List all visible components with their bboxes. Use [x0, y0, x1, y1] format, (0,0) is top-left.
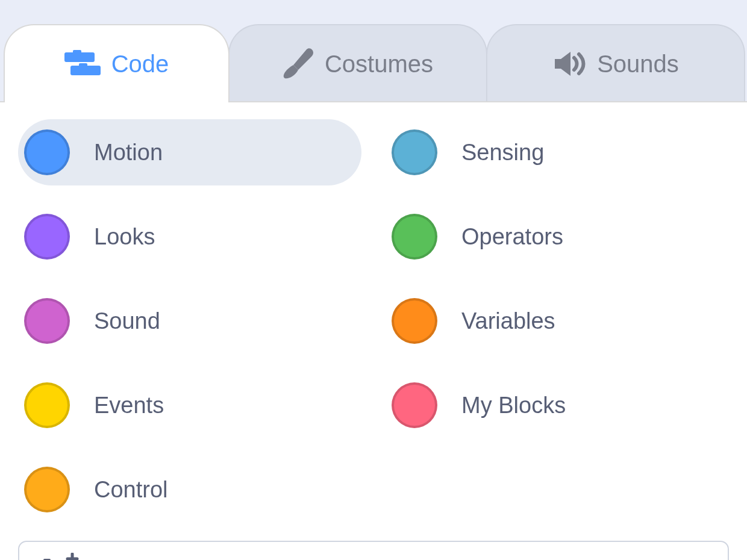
category-sensing[interactable]: Sensing — [386, 119, 729, 185]
category-label: My Blocks — [461, 393, 566, 418]
category-motion[interactable]: Motion — [18, 119, 361, 185]
variables-color-swatch — [392, 298, 437, 344]
category-label: Control — [94, 477, 168, 503]
paintbrush-icon — [283, 47, 314, 81]
control-color-swatch — [24, 467, 70, 512]
operators-color-swatch — [392, 214, 437, 260]
svg-rect-2 — [73, 50, 81, 56]
svg-rect-3 — [79, 63, 87, 69]
speaker-icon — [552, 49, 586, 78]
looks-color-swatch — [24, 214, 70, 260]
tab-costumes[interactable]: Costumes — [228, 24, 487, 102]
category-control[interactable]: Control — [18, 456, 361, 523]
sound-color-swatch — [24, 298, 70, 344]
category-label: Variables — [461, 308, 555, 334]
sensing-color-swatch — [392, 129, 437, 175]
tab-sounds-label: Sounds — [597, 51, 679, 78]
category-label: Sound — [94, 308, 160, 334]
tab-bar: Code Costumes Sounds — [0, 0, 747, 102]
tab-code[interactable]: Code — [4, 24, 230, 102]
code-blocks-icon — [64, 50, 101, 78]
events-color-swatch — [24, 382, 70, 428]
category-operators[interactable]: Operators — [386, 204, 729, 270]
category-label: Motion — [94, 140, 163, 166]
category-variables[interactable]: Variables — [386, 288, 729, 354]
category-label: Sensing — [461, 140, 544, 166]
category-label: Operators — [461, 224, 563, 250]
add-extension-button[interactable]: Add Extension — [18, 541, 729, 560]
tab-sounds[interactable]: Sounds — [486, 24, 745, 102]
motion-color-swatch — [24, 129, 70, 175]
category-empty — [386, 456, 729, 523]
add-extension-icon — [33, 553, 81, 560]
tab-costumes-label: Costumes — [325, 51, 433, 78]
tab-code-label: Code — [111, 51, 169, 78]
category-my-blocks[interactable]: My Blocks — [386, 372, 729, 438]
category-label: Looks — [94, 224, 155, 250]
category-label: Events — [94, 393, 164, 418]
category-sound[interactable]: Sound — [18, 288, 361, 354]
category-grid: Motion Sensing Looks Operators Sound Var… — [18, 119, 729, 523]
code-panel: Motion Sensing Looks Operators Sound Var… — [0, 101, 747, 560]
category-looks[interactable]: Looks — [18, 204, 361, 270]
my-blocks-color-swatch — [392, 382, 437, 428]
category-events[interactable]: Events — [18, 372, 361, 438]
